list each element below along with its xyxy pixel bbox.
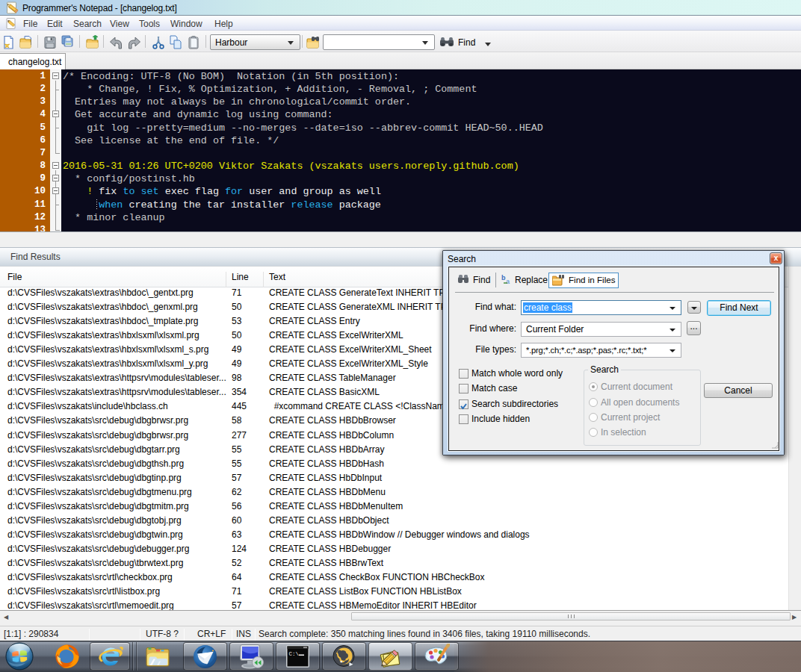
svg-text:a: a [506, 278, 510, 285]
svg-text:C:\: C:\ [289, 651, 300, 657]
